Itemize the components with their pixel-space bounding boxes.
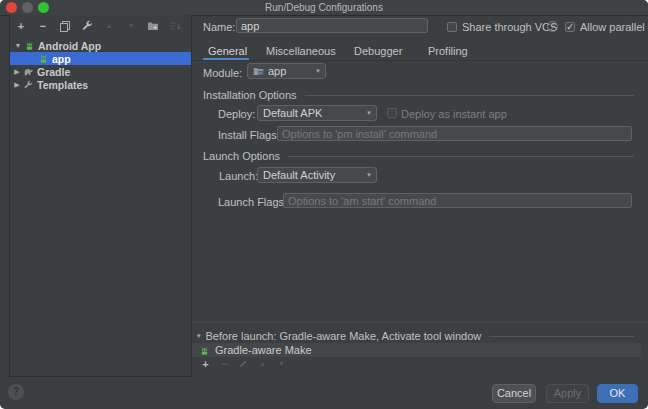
deploy-value: Default APK <box>263 107 322 119</box>
apply-button[interactable]: Apply <box>546 384 589 403</box>
collapse-arrow-icon[interactable]: ▶ <box>12 68 22 76</box>
launch-flags-label: Launch Flags: <box>218 196 287 208</box>
module-label: Module: <box>203 67 242 79</box>
deploy-label: Deploy: <box>218 108 255 120</box>
allow-parallel-run-label: Allow parallel run <box>580 21 648 33</box>
allow-parallel-run-checkbox[interactable]: ✓ <box>565 22 575 32</box>
create-folder-icon[interactable] <box>147 20 159 32</box>
module-value: app <box>268 65 286 77</box>
before-launch-task-row[interactable]: Gradle-aware Make <box>192 343 641 357</box>
tree-item-templates[interactable]: ▶ Templates <box>10 78 191 91</box>
deploy-dropdown[interactable]: Default APK ▼ <box>257 105 377 121</box>
name-input[interactable] <box>236 18 428 33</box>
check-icon: ✓ <box>566 23 574 31</box>
tab-profiling[interactable]: Profiling <box>428 45 468 57</box>
module-dropdown[interactable]: app ▼ <box>247 63 326 79</box>
before-launch-task-label: Gradle-aware Make <box>215 344 312 356</box>
android-icon <box>23 40 35 52</box>
tab-miscellaneous[interactable]: Miscellaneous <box>266 45 336 57</box>
chevron-down-icon: ▼ <box>366 110 372 116</box>
launch-dropdown[interactable]: Default Activity ▼ <box>257 167 377 183</box>
tree-item-android-app[interactable]: ▼ Android App <box>10 39 191 52</box>
before-launch-divider <box>192 322 648 323</box>
edit-defaults-wrench-icon[interactable] <box>81 20 93 32</box>
collapse-arrow-icon[interactable]: ▶ <box>12 81 22 89</box>
deploy-as-instant-app-label: Deploy as instant app <box>401 108 507 120</box>
module-folder-icon <box>253 66 264 77</box>
configurations-toolbar: + − ▲ ▼ <box>10 18 191 34</box>
tab-bar-divider <box>192 60 648 61</box>
tab-debugger[interactable]: Debugger <box>354 45 402 57</box>
cancel-button[interactable]: Cancel <box>492 384 536 403</box>
header-rule <box>489 336 634 337</box>
deploy-as-instant-app-checkbox[interactable] <box>387 108 397 118</box>
share-through-vcs-checkbox[interactable] <box>447 22 457 32</box>
launch-flags-input[interactable] <box>283 193 632 208</box>
tree-item-app-selected[interactable]: app <box>10 52 191 65</box>
copy-configuration-icon[interactable] <box>59 20 71 32</box>
configurations-tree: ▼ Android App app ▶ Gradle ▶ <box>10 39 191 91</box>
installation-options-header: Installation Options <box>203 89 634 101</box>
title-bar: Run/Debug Configurations <box>0 0 648 16</box>
tree-item-label: Gradle <box>37 66 70 78</box>
launch-value: Default Activity <box>263 169 335 181</box>
tab-general[interactable]: General <box>208 45 247 57</box>
install-flags-input[interactable] <box>277 126 632 141</box>
launch-options-header: Launch Options <box>203 150 634 162</box>
move-down-icon[interactable]: ▼ <box>125 20 137 32</box>
move-task-up-icon[interactable]: ▲ <box>257 358 268 369</box>
android-icon <box>37 53 49 65</box>
move-up-icon[interactable]: ▲ <box>103 20 115 32</box>
name-label: Name: <box>203 21 235 33</box>
launch-label: Launch: <box>219 170 258 182</box>
run-debug-configurations-dialog: Run/Debug Configurations + − ▲ ▼ ▼ <box>0 0 648 409</box>
expand-arrow-icon[interactable]: ▼ <box>13 42 23 49</box>
tree-item-label: Templates <box>37 79 88 91</box>
edit-task-pencil-icon[interactable] <box>238 358 249 369</box>
chevron-down-icon: ▼ <box>366 172 372 178</box>
vcs-help-icon[interactable]: ? <box>547 21 558 32</box>
install-flags-label: Install Flags: <box>218 129 280 141</box>
collapse-arrow-icon: ▾ <box>197 332 201 340</box>
tree-item-label: app <box>52 53 71 65</box>
before-launch-toolbar: + − ▲ ▼ <box>200 357 287 370</box>
android-icon <box>198 344 210 356</box>
add-task-icon[interactable]: + <box>200 358 211 369</box>
remove-task-icon[interactable]: − <box>219 358 230 369</box>
tree-item-gradle[interactable]: ▶ Gradle <box>10 65 191 78</box>
configurations-panel: + − ▲ ▼ ▼ Android App <box>9 15 192 377</box>
add-configuration-icon[interactable]: + <box>15 20 27 32</box>
remove-configuration-icon[interactable]: − <box>37 20 49 32</box>
header-rule <box>288 156 634 157</box>
ok-button[interactable]: OK <box>597 384 638 403</box>
window-title: Run/Debug Configurations <box>0 0 648 15</box>
before-launch-header[interactable]: ▾ Before launch: Gradle-aware Make, Acti… <box>197 330 634 342</box>
before-launch-title: Before launch: Gradle-aware Make, Activa… <box>206 330 482 342</box>
sort-configurations-icon[interactable] <box>169 20 181 32</box>
share-through-vcs-label: Share through VCS <box>462 21 557 33</box>
move-task-down-icon[interactable]: ▼ <box>276 358 287 369</box>
header-rule <box>305 95 634 96</box>
gradle-icon <box>22 66 34 78</box>
wrench-icon <box>22 79 34 91</box>
chevron-down-icon: ▼ <box>315 68 321 74</box>
tree-item-label: Android App <box>38 40 101 52</box>
help-button[interactable]: ? <box>8 384 24 400</box>
